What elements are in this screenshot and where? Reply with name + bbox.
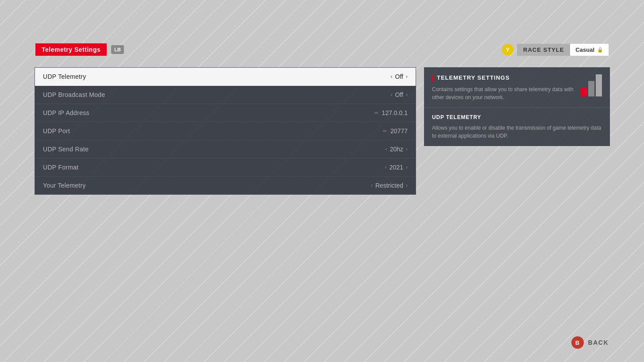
arrow-left-icon: ‹ (371, 182, 373, 189)
lb-badge[interactable]: LB (111, 45, 124, 54)
udp-sendrate-value: ‹ 20hz › (386, 146, 408, 153)
udp-telemetry-value: ‹ Off › (391, 73, 408, 80)
your-telemetry-val-text: Restricted (375, 182, 403, 189)
your-telemetry-value: ‹ Restricted › (371, 182, 408, 189)
info-title-bar (432, 75, 433, 81)
info-title-text: TELEMETRY SETTINGS (437, 74, 510, 81)
race-style-label: RACE STYLE (517, 44, 570, 56)
bar-1 (581, 88, 587, 96)
udp-format-value: ‹ 2021 › (385, 164, 408, 171)
info-description: Contains settings that allow you to shar… (432, 85, 575, 101)
settings-row-udp-broadcast[interactable]: UDP Broadcast Mode ‹ Off › (35, 86, 416, 104)
your-telemetry-label: Your Telemetry (43, 182, 86, 189)
info-panel: TELEMETRY SETTINGS Contains settings tha… (424, 67, 610, 146)
info-section-title: UDP TELEMETRY (432, 114, 602, 120)
udp-port-label: UDP Port (43, 127, 70, 135)
udp-format-val-text: 2021 (389, 164, 403, 171)
arrow-right-icon: › (406, 182, 408, 189)
info-title: TELEMETRY SETTINGS (432, 74, 575, 81)
arrow-left-icon: ‹ (391, 92, 393, 98)
udp-broadcast-value: ‹ Off › (391, 91, 408, 98)
edit-icon: ✏ (374, 110, 378, 116)
udp-format-label: UDP Format (43, 164, 79, 171)
settings-row-udp-ip[interactable]: UDP IP Address ✏ 127.0.0.1 (35, 104, 416, 122)
udp-sendrate-label: UDP Send Rate (43, 146, 89, 153)
arrow-left-icon: ‹ (386, 146, 387, 152)
back-button[interactable]: B BACK (571, 336, 609, 349)
edit-icon: ✏ (383, 128, 387, 134)
settings-row-udp-telemetry[interactable]: UDP Telemetry ‹ Off › (35, 68, 416, 86)
udp-telemetry-label: UDP Telemetry (43, 73, 86, 80)
info-header: TELEMETRY SETTINGS Contains settings tha… (424, 67, 610, 108)
udp-sendrate-val-text: 20hz (390, 146, 403, 153)
race-style-value: Casual 🔒 (570, 44, 609, 56)
arrow-right-icon: › (406, 92, 408, 98)
udp-broadcast-label: UDP Broadcast Mode (43, 91, 105, 98)
header: Telemetry Settings LB Y RACE STYLE Casua… (0, 40, 644, 59)
y-button[interactable]: Y (502, 44, 513, 55)
udp-ip-value: ✏ 127.0.0.1 (374, 109, 408, 116)
header-right: Y RACE STYLE Casual 🔒 (502, 44, 609, 56)
info-header-text: TELEMETRY SETTINGS Contains settings tha… (432, 74, 575, 101)
bar-2 (588, 81, 594, 96)
page-title: Telemetry Settings (35, 43, 107, 56)
udp-broadcast-val-text: Off (395, 91, 403, 98)
bar-chart (581, 74, 602, 96)
back-label: BACK (588, 339, 609, 346)
arrow-right-icon: › (406, 146, 408, 152)
udp-port-value: ✏ 20777 (383, 127, 408, 135)
settings-row-your-telemetry[interactable]: Your Telemetry ‹ Restricted › (35, 177, 416, 194)
settings-row-udp-format[interactable]: UDP Format ‹ 2021 › (35, 158, 416, 177)
b-button-icon: B (571, 336, 584, 349)
bar-3 (596, 74, 602, 96)
settings-row-udp-port[interactable]: UDP Port ✏ 20777 (35, 122, 416, 140)
info-section: UDP TELEMETRY Allows you to enable or di… (424, 108, 610, 146)
udp-ip-val-text: 127.0.0.1 (382, 109, 408, 116)
arrow-right-icon: › (406, 73, 408, 80)
lock-icon: 🔒 (597, 47, 603, 53)
info-section-text: Allows you to enable or disable the tran… (432, 124, 602, 140)
header-left: Telemetry Settings LB (35, 43, 124, 56)
arrow-left-icon: ‹ (385, 164, 387, 170)
arrow-right-icon: › (406, 164, 408, 170)
settings-row-udp-sendrate[interactable]: UDP Send Rate ‹ 20hz › (35, 140, 416, 158)
udp-port-val-text: 20777 (390, 127, 408, 135)
settings-panel: UDP Telemetry ‹ Off › UDP Broadcast Mode… (35, 67, 416, 195)
arrow-left-icon: ‹ (391, 73, 393, 80)
udp-ip-label: UDP IP Address (43, 109, 89, 116)
udp-telemetry-val-text: Off (395, 73, 403, 80)
